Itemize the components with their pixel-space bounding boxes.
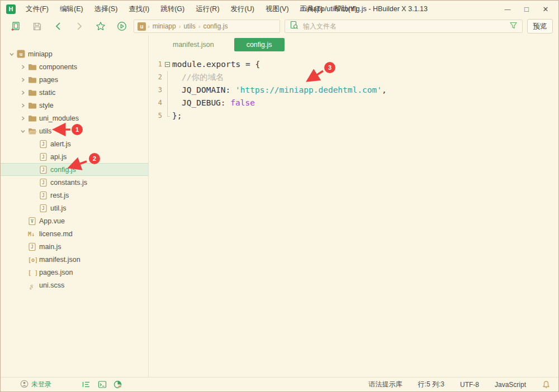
menu-item-7[interactable]: 发行(U) xyxy=(225,1,260,17)
statusbar-item[interactable]: 行:5 列:3 xyxy=(418,380,444,389)
tree-item-rest-js[interactable]: Jrest.js xyxy=(1,189,148,202)
code-line-5[interactable]: 5}; xyxy=(149,109,558,122)
editor-tab-manifest-json[interactable]: manifest.json xyxy=(160,38,226,51)
editor-tab-config-js[interactable]: config.js xyxy=(234,38,285,51)
tree-item-pages[interactable]: pages xyxy=(1,73,148,86)
statusbar-item[interactable]: 语法提示库 xyxy=(369,380,402,389)
terminal-icon[interactable] xyxy=(98,380,107,389)
statusbar-item[interactable]: JavaScript xyxy=(495,381,526,389)
tree-item-label: main.js xyxy=(39,243,61,251)
menu-item-3[interactable]: 选择(S) xyxy=(89,1,124,17)
breadcrumb-separator: › xyxy=(146,23,151,30)
storage-usage-icon[interactable] xyxy=(113,380,123,389)
chevron-down-icon[interactable] xyxy=(7,52,16,56)
tree-item-components[interactable]: components xyxy=(1,60,148,73)
minimize-button[interactable]: — xyxy=(498,1,517,17)
project-explorer: uminiappcomponentspagesstaticstyleuni_mo… xyxy=(1,35,149,377)
tree-item-label: manifest.json xyxy=(39,256,80,264)
hbuilderx-window: H 文件(F)编辑(E)选择(S)查找(I)跳转(G)运行(R)发行(U)视图(… xyxy=(0,0,559,392)
code-line-4[interactable]: 4JQ_DEBUG: false xyxy=(149,97,558,109)
code-line-1[interactable]: 1module.exports = { xyxy=(149,58,558,71)
chevron-right-icon[interactable] xyxy=(18,65,27,69)
tree-item-label: config.js xyxy=(50,166,76,174)
svg-text:J: J xyxy=(42,142,45,147)
tree-item-manifest-json[interactable]: [o]manifest.json xyxy=(1,253,148,266)
breadcrumb-segment[interactable]: miniapp xyxy=(151,22,177,30)
run-icon[interactable] xyxy=(111,19,132,34)
breadcrumb-segment[interactable]: config.js xyxy=(202,22,229,30)
tree-item-uni-scss[interactable]: ʂuni.scss xyxy=(1,279,148,291)
tree-item-App-vue[interactable]: VApp.vue xyxy=(1,214,148,227)
statusbar-item[interactable]: UTF-8 xyxy=(460,381,479,389)
line-number: 3 xyxy=(149,84,164,97)
forward-icon xyxy=(75,22,84,31)
code-line-2[interactable]: 2//你的域名 xyxy=(149,71,558,84)
tree-item-miniapp[interactable]: uminiapp xyxy=(1,47,148,60)
code-text: module.exports = { xyxy=(172,58,260,71)
folder-icon xyxy=(27,63,37,71)
tree-item-constants-js[interactable]: Jconstants.js xyxy=(1,176,148,189)
svg-text:J: J xyxy=(42,206,45,211)
menu-item-5[interactable]: 跳转(G) xyxy=(155,1,190,17)
chevron-right-icon[interactable] xyxy=(18,90,27,95)
code-text: JQ_DOMAIN: 'https://miniapp.dedehtml.com… xyxy=(172,84,387,97)
fold-guide xyxy=(164,71,172,84)
maximize-button[interactable]: □ xyxy=(517,1,536,17)
close-button[interactable]: ✕ xyxy=(536,1,555,17)
fold-toggle-icon[interactable] xyxy=(164,58,172,71)
file-tree: uminiappcomponentspagesstaticstyleuni_mo… xyxy=(1,35,148,291)
chevron-down-icon[interactable] xyxy=(18,129,27,133)
chevron-right-icon[interactable] xyxy=(18,103,27,108)
favorite-star-icon[interactable] xyxy=(90,19,111,34)
search-placeholder: 输入文件名 xyxy=(303,22,509,31)
tree-item-api-js[interactable]: Japi.js xyxy=(1,150,148,163)
folder-icon xyxy=(27,102,37,109)
tree-item-pages-json[interactable]: [ ]pages.json xyxy=(1,266,148,279)
svg-text:[ ]: [ ] xyxy=(28,270,37,276)
new-file-icon[interactable] xyxy=(5,19,26,34)
menu-item-2[interactable]: 编辑(E) xyxy=(54,1,89,17)
fold-guide xyxy=(164,84,172,97)
back-icon xyxy=(54,22,63,31)
tree-item-license-md[interactable]: M↓license.md xyxy=(1,227,148,240)
login-status[interactable]: 未登录 xyxy=(17,380,51,390)
scss-file-icon: ʂ xyxy=(27,281,37,290)
menu-item-1[interactable]: 文件(F) xyxy=(20,1,54,17)
menu-item-4[interactable]: 查找(I) xyxy=(123,1,155,17)
statusbar-left-icons xyxy=(82,380,123,389)
forward-icon[interactable] xyxy=(69,19,90,34)
svg-text:ʂ: ʂ xyxy=(30,282,34,289)
tree-item-style[interactable]: style xyxy=(1,99,148,112)
js-file-icon: J xyxy=(39,191,48,200)
tree-item-label: pages xyxy=(39,76,58,84)
tree-item-label: static xyxy=(39,89,55,97)
notification-bell-icon[interactable] xyxy=(542,380,551,389)
breadcrumb[interactable]: u ›miniapp›utils›config.js xyxy=(134,20,280,33)
code-editor[interactable]: 1module.exports = {2//你的域名3JQ_DOMAIN: 'h… xyxy=(149,54,558,122)
outline-list-icon[interactable] xyxy=(82,380,91,389)
file-search-input[interactable]: 输入文件名 xyxy=(285,20,523,33)
preview-button[interactable]: 预览 xyxy=(527,19,553,34)
filter-icon[interactable] xyxy=(509,21,518,32)
save-icon[interactable] xyxy=(26,19,48,34)
chevron-right-icon[interactable] xyxy=(18,116,27,121)
svg-text:V: V xyxy=(31,219,34,224)
editor-tab-bar: manifest.jsonconfig.js xyxy=(149,35,558,54)
tree-item-static[interactable]: static xyxy=(1,86,148,99)
line-number: 4 xyxy=(149,97,164,109)
tree-item-uni_modules[interactable]: uni_modules xyxy=(1,112,148,125)
code-line-3[interactable]: 3JQ_DOMAIN: 'https://miniapp.dedehtml.co… xyxy=(149,84,558,97)
window-controls: —□✕ xyxy=(498,1,555,17)
js-file-icon: J xyxy=(39,204,48,213)
tree-item-main-js[interactable]: Jmain.js xyxy=(1,240,148,253)
code-text: //你的域名 xyxy=(172,71,224,84)
chevron-right-icon[interactable] xyxy=(18,78,27,82)
tree-item-config-js[interactable]: Jconfig.js xyxy=(1,163,148,176)
tree-item-label: rest.js xyxy=(50,192,69,199)
tree-item-util-js[interactable]: Jutil.js xyxy=(1,202,148,214)
menu-item-6[interactable]: 运行(R) xyxy=(190,1,225,17)
back-icon[interactable] xyxy=(48,19,69,34)
breadcrumb-segment[interactable]: utils xyxy=(182,22,196,30)
tree-item-utils[interactable]: utils xyxy=(1,125,148,137)
tree-item-alert-js[interactable]: Jalert.js xyxy=(1,137,148,150)
